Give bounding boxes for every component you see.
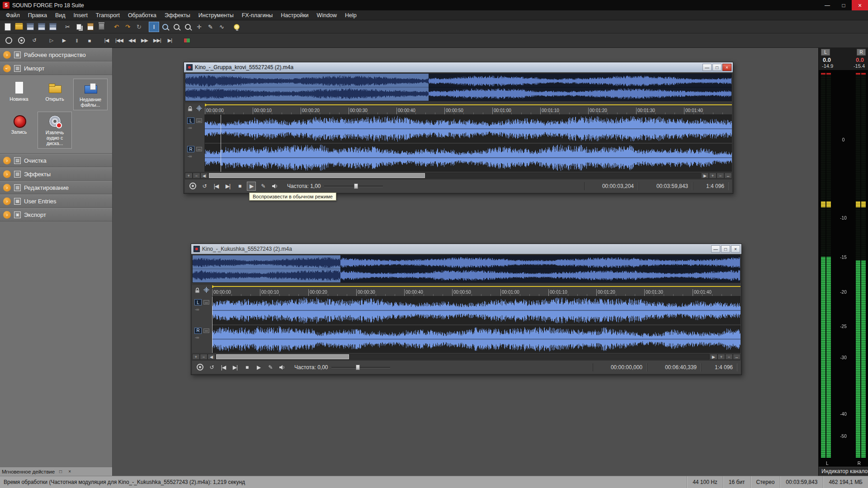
close-button[interactable]: × — [852, 0, 868, 10]
doc-maximize-button[interactable]: □ — [712, 64, 722, 71]
status-sample-rate[interactable]: 44 100 Hz — [687, 476, 723, 488]
help-hint-icon[interactable] — [231, 22, 242, 32]
menu-item-3[interactable]: Insert — [70, 11, 92, 19]
document-titlebar[interactable]: Kino_-_Kukushka_55527243 (2).m4a — □ × — [191, 244, 741, 254]
pencil-edit-icon[interactable]: ✎ — [259, 182, 268, 191]
loop-playback-icon[interactable]: ↺ — [200, 182, 209, 191]
menu-item-1[interactable]: Правка — [24, 11, 51, 19]
sidebar-section-5[interactable]: ›▩User Entries — [0, 194, 112, 208]
save-all-icon[interactable] — [47, 22, 58, 32]
meter-tab-left[interactable]: L — [821, 49, 830, 56]
scrub-speaker-icon[interactable] — [278, 363, 287, 372]
horizontal-scrollbar[interactable]: + − ◀ ▶ + − ↔ — [192, 353, 741, 360]
document-titlebar[interactable]: Kino_-_Gruppa_krovi_55527245 (2).m4a — □… — [184, 62, 733, 72]
import-item-0[interactable]: Новинка — [2, 79, 36, 110]
time-ruler[interactable]: 00:00:0000:00:1000:00:2000:00:3000:00:40… — [212, 288, 741, 296]
menu-item-4[interactable]: Transport — [92, 11, 124, 19]
scroll-left-button[interactable]: ◀ — [208, 354, 215, 360]
menu-item-7[interactable]: Инструменты — [194, 11, 238, 19]
zoom-in-button[interactable]: + — [717, 354, 725, 360]
menu-item-9[interactable]: Настройки — [277, 11, 312, 19]
pencil-edit-icon[interactable]: ✎ — [266, 363, 275, 372]
doc-close-button[interactable]: × — [722, 64, 731, 71]
zoom-out-time-button[interactable]: − — [200, 354, 208, 360]
zoom-fit-button[interactable]: ↔ — [733, 354, 741, 360]
import-item-4[interactable]: Извлечь аудио с диска... — [38, 112, 72, 149]
channel-r-minimize[interactable]: — — [196, 147, 202, 151]
delete-icon[interactable] — [96, 22, 107, 32]
copy-icon[interactable] — [74, 22, 84, 32]
import-item-2[interactable]: Недавние файлы... — [73, 79, 108, 110]
scrollbar-thumb[interactable] — [216, 354, 349, 359]
menu-item-8[interactable]: FX-плагины — [238, 11, 277, 19]
scroll-left-button[interactable]: ◀ — [200, 173, 208, 178]
channel-r-button[interactable]: R — [194, 328, 202, 334]
channel-r-button[interactable]: R — [187, 146, 194, 152]
zoom-in-time-button[interactable]: + — [192, 354, 200, 360]
doc-minimize-button[interactable]: — — [703, 64, 712, 71]
menu-item-0[interactable]: Файл — [2, 11, 24, 19]
instant-action-close-icon[interactable]: × — [66, 469, 73, 475]
zoom-in-time-button[interactable]: + — [185, 173, 193, 178]
zoom-out-time-button[interactable]: − — [193, 173, 200, 178]
record-icon[interactable] — [195, 363, 204, 372]
lock-icon[interactable] — [188, 106, 193, 112]
minimize-button[interactable]: — — [819, 0, 835, 10]
horizontal-scrollbar[interactable]: + − ◀ ▶ + − ↔ — [185, 172, 732, 179]
fast-forward-icon[interactable]: ▶▶ — [139, 35, 150, 46]
magnify-icon[interactable] — [171, 22, 182, 32]
repeat-icon[interactable]: ↻ — [134, 22, 144, 32]
scrollbar-track[interactable] — [208, 173, 701, 178]
record-remote-icon[interactable] — [181, 35, 193, 46]
go-to-start-icon[interactable]: |◀ — [219, 363, 228, 372]
record-icon[interactable] — [3, 35, 14, 46]
time-ruler[interactable]: 00:00:0000:00:1000:00:2000:00:3000:00:40… — [205, 107, 732, 115]
scrub-speaker-icon[interactable] — [270, 182, 279, 191]
status-bit-depth[interactable]: 16 бит — [723, 476, 750, 488]
meter-tab-right[interactable]: R — [857, 49, 866, 56]
go-to-end-icon[interactable]: ▶| — [164, 35, 175, 46]
menu-item-10[interactable]: Window — [313, 11, 341, 19]
undo-icon[interactable]: ↶ — [111, 22, 122, 32]
next-marker-icon[interactable]: ▶▶| — [151, 35, 163, 46]
sidebar-section-4[interactable]: ›▨Редактирование — [0, 181, 112, 194]
zoom-fit-button[interactable]: ↔ — [724, 173, 732, 178]
meter-panel-title[interactable]: Индикатор каналов — [819, 467, 868, 476]
event-tool-icon[interactable]: ✛ — [194, 22, 204, 32]
selection-zoom-icon[interactable] — [160, 22, 170, 32]
play-all-icon[interactable]: ▷ — [46, 35, 57, 46]
audio-document-window[interactable]: Kino_-_Kukushka_55527243 (2).m4a — □ × L — [191, 244, 742, 375]
loop-playback-icon[interactable]: ↺ — [207, 363, 216, 372]
menu-item-11[interactable]: Help — [341, 11, 361, 19]
channel-l-button[interactable]: L — [187, 117, 194, 124]
import-item-3[interactable]: Запись — [2, 112, 36, 149]
menu-item-5[interactable]: Обработка — [124, 11, 160, 19]
waveform-channel-right[interactable] — [205, 144, 732, 172]
go-to-end-icon[interactable]: ▶| — [223, 182, 232, 191]
redo-icon[interactable]: ↷ — [123, 22, 133, 32]
instant-action-bar[interactable]: Мгновенное действие□× — [0, 467, 112, 476]
save-as-icon[interactable] — [36, 22, 47, 32]
waveform-channel-left[interactable] — [212, 296, 741, 324]
doc-maximize-button[interactable]: □ — [721, 245, 730, 253]
edit-tool-icon[interactable]: Ι — [149, 22, 159, 32]
loop-region-bar[interactable] — [212, 285, 741, 288]
import-item-1[interactable]: Открыть — [38, 79, 72, 110]
menu-item-6[interactable]: Эффекты — [160, 11, 194, 19]
status-channel-mode[interactable]: Стерео — [750, 476, 780, 488]
play-icon[interactable]: ▶ — [247, 182, 256, 191]
play-icon[interactable]: ▶ — [254, 363, 263, 372]
waveform-overview[interactable] — [192, 255, 741, 283]
scroll-right-button[interactable]: ▶ — [701, 173, 709, 178]
new-file-icon[interactable] — [2, 22, 13, 32]
waveform-channel-right[interactable] — [212, 325, 741, 353]
sidebar-section-6[interactable]: ›▣Экспорт — [0, 208, 112, 221]
doc-minimize-button[interactable]: — — [711, 245, 720, 253]
go-to-end-icon[interactable]: ▶| — [231, 363, 240, 372]
zoom-out-button[interactable]: − — [717, 173, 724, 178]
paste-icon[interactable] — [85, 22, 95, 32]
envelope-tool-icon[interactable]: ∿ — [217, 22, 227, 32]
maximize-button[interactable]: □ — [835, 0, 852, 10]
channel-l-minimize[interactable]: — — [203, 300, 209, 305]
rate-slider-thumb[interactable] — [354, 183, 358, 189]
